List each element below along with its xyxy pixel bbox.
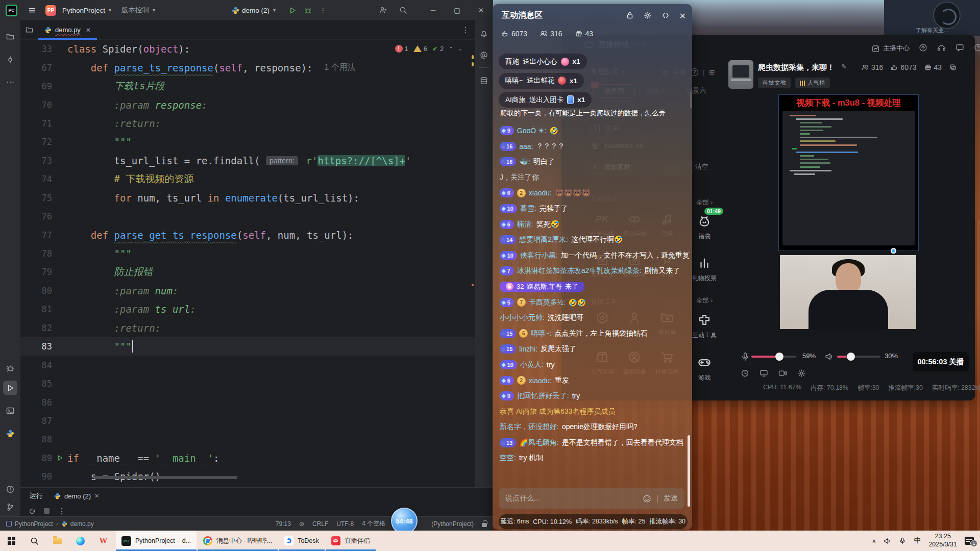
- chat-message[interactable]: 小小小小元帅:洗洗睡吧哥: [493, 313, 690, 323]
- notification-center-icon[interactable]: 1: [965, 537, 974, 545]
- clear-sources-button[interactable]: 清空: [695, 162, 708, 171]
- database-tool-icon[interactable]: [477, 73, 491, 88]
- git-branch-icon[interactable]: [3, 500, 17, 514]
- code-line-81[interactable]: 81 :param ts_url:: [20, 300, 475, 318]
- project-widget[interactable]: PP PythonProject▼: [41, 3, 117, 18]
- code-line-89[interactable]: 89if __name__ == '__main__':: [20, 449, 475, 467]
- emoji-icon[interactable]: [643, 494, 651, 503]
- chat-settings-icon[interactable]: [644, 11, 652, 21]
- next-problem-icon[interactable]: ⌄: [458, 46, 462, 52]
- chat-message[interactable]: ◆10侠客行小黑:加一个代码，文件不在才写入，避免重复写: [493, 251, 690, 261]
- problems-tool-icon[interactable]: [3, 482, 17, 496]
- chat-message[interactable]: ◆10暮雪:完犊子了: [493, 204, 690, 214]
- project-tool-icon[interactable]: [3, 30, 17, 44]
- editor-tab-demo[interactable]: demo.py ✕: [38, 20, 97, 40]
- chat-message[interactable]: 空空:try 机制: [493, 453, 690, 463]
- close-button[interactable]: ✕: [469, 0, 493, 20]
- warning-stripe-mark[interactable]: [472, 55, 474, 59]
- rail-item-互动工具[interactable]: 互动工具: [689, 312, 720, 340]
- send-button[interactable]: 发送: [664, 494, 678, 503]
- code-line-70[interactable]: 70 :param response:: [20, 95, 475, 114]
- code-line-76[interactable]: 76: [20, 207, 475, 226]
- chat-message[interactable]: ⌂156嘻嘻~:点点关注，左上角福袋抽钻石: [493, 329, 690, 339]
- expand-icon[interactable]: [662, 11, 670, 21]
- lock-icon[interactable]: [482, 523, 487, 527]
- horizontal-scrollbar[interactable]: [94, 476, 237, 479]
- search-everywhere-icon[interactable]: [399, 6, 407, 14]
- notifications-icon[interactable]: [477, 27, 491, 41]
- volume-icon[interactable]: [884, 537, 891, 545]
- more-actions-button[interactable]: ⋮: [320, 6, 327, 14]
- minimize-button[interactable]: ─: [421, 0, 445, 20]
- edit-title-icon[interactable]: ✎: [841, 63, 847, 70]
- rail-item-福袋[interactable]: 01:49福袋: [689, 213, 720, 241]
- help-icon[interactable]: [974, 43, 980, 52]
- more-tools-icon[interactable]: ⋯: [3, 74, 17, 89]
- taskbar-app-chrome[interactable]: 消息中心 - 哔哩哔...: [198, 531, 278, 551]
- volume-slider-knob[interactable]: [847, 353, 855, 361]
- tool-window-icon[interactable]: [6, 521, 12, 527]
- code-line-69[interactable]: 69 下载ts片段: [20, 77, 475, 95]
- code-line-87[interactable]: 87: [20, 412, 475, 430]
- file-explorer-icon[interactable]: [46, 531, 69, 551]
- chat-message[interactable]: ◆6楠清:笑死🤣: [493, 219, 690, 230]
- code-line-74[interactable]: 74 # 下载视频的资源: [20, 170, 475, 188]
- chat-input[interactable]: 说点什么... | 发送: [499, 488, 684, 509]
- code-line-78[interactable]: 78 """: [20, 244, 475, 263]
- run-tool-icon[interactable]: [3, 381, 17, 395]
- code-line-75[interactable]: 75 for num, ts_url in enumerate(ts_url_l…: [20, 189, 475, 207]
- see-all-link[interactable]: 全部 ›: [689, 198, 720, 207]
- caret-position[interactable]: 79:13: [276, 520, 291, 528]
- output-volume-slider[interactable]: [837, 356, 880, 358]
- tray-expand-icon[interactable]: ∧: [872, 538, 876, 544]
- rail-item-礼物投票[interactable]: 礼物投票: [689, 255, 720, 283]
- mic-volume-slider[interactable]: [751, 356, 796, 358]
- selection-handle[interactable]: [891, 248, 896, 254]
- breadcrumb[interactable]: PythonProject: [15, 520, 53, 528]
- run-tab[interactable]: demo (2) ✕: [50, 492, 103, 500]
- webcam-view[interactable]: [780, 255, 916, 329]
- taskbar-app-todesk[interactable]: ToDesk: [279, 531, 325, 551]
- panel-icon[interactable]: ⊞: [709, 68, 715, 76]
- close-icon[interactable]: ✕: [679, 11, 686, 21]
- taskbar-search-icon[interactable]: [23, 531, 46, 551]
- prev-problem-icon[interactable]: ⌃: [449, 46, 453, 52]
- rerun-icon[interactable]: [29, 508, 36, 515]
- code-line-84[interactable]: 84: [20, 356, 475, 374]
- inspections-widget[interactable]: !1 6 ✔2 ⌃ ⌄: [392, 44, 465, 54]
- code-line-88[interactable]: 88: [20, 430, 475, 448]
- stream-preview[interactable]: 视频下载 - m3u8 - 视频处理: [778, 94, 919, 251]
- timer-icon[interactable]: [741, 369, 749, 378]
- run-more-icon[interactable]: ⋮: [58, 506, 66, 516]
- code-editor[interactable]: 33class Spider(object):67 def parse_ts_r…: [20, 40, 475, 487]
- debug-tool-icon[interactable]: [3, 361, 17, 375]
- run-button[interactable]: [289, 7, 297, 14]
- error-stripe-mark[interactable]: [472, 284, 474, 286]
- rail-item-游戏[interactable]: 游戏: [689, 355, 720, 382]
- no-wrap-icon[interactable]: ⊘: [299, 520, 304, 528]
- commit-tool-icon[interactable]: [3, 53, 17, 67]
- chat-message[interactable]: ◆7冰淇淋红茶加茶冻改a2牛乳改茉莉绿茶:剧情又来了: [493, 266, 690, 276]
- speaker-icon[interactable]: [825, 352, 834, 361]
- maximize-button[interactable]: ▢: [445, 0, 469, 20]
- chat-message[interactable]: ◆32路易斯.菲哥来了: [493, 282, 690, 292]
- interpreter[interactable]: (PythonProject): [431, 520, 474, 528]
- system-message[interactable]: J，关注了你: [493, 172, 690, 183]
- indent-setting[interactable]: 4 个空格: [362, 519, 385, 528]
- taskbar-app-zhibo[interactable]: 直播伴侣: [326, 531, 376, 551]
- mic-slider-knob[interactable]: [775, 353, 783, 361]
- settings-icon[interactable]: [797, 369, 806, 378]
- code-line-71[interactable]: 71 :return:: [20, 114, 475, 133]
- code-line-80[interactable]: 80 :param num:: [20, 282, 475, 300]
- code-line-77[interactable]: 77 def parse_get_ts_response(self, num, …: [20, 226, 475, 244]
- warning-stripe-mark[interactable]: [472, 62, 474, 66]
- clock[interactable]: 23:25 2025/3/31: [928, 533, 957, 548]
- taskbar-app-pycharm[interactable]: PCPythonProject – d...: [116, 531, 197, 551]
- chat-message[interactable]: ◆9GooÓ ☀:🤣: [493, 126, 690, 136]
- main-menu-button[interactable]: [23, 3, 41, 18]
- unlock-icon[interactable]: [626, 11, 634, 21]
- code-with-me-icon[interactable]: [379, 6, 387, 14]
- ai-assistant-icon[interactable]: [477, 48, 491, 62]
- chat-message-list[interactable]: ◆9GooÓ ☀:🤣⌂16aaa:？？？？⌂16🐳:明白了J，关注了你◆62xi…: [493, 126, 690, 469]
- announcement-message[interactable]: 恭喜 AI商旅 成为第633名程序员成员: [493, 407, 690, 417]
